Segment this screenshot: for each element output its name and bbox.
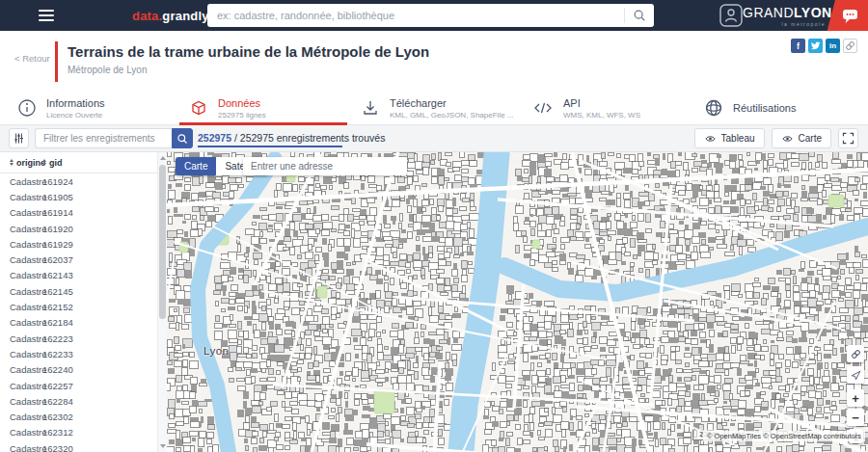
table-row[interactable]: Cadastre 161905 [0,189,167,204]
global-search-input[interactable] [207,10,624,21]
table-row[interactable]: Cadastre 161924 [0,173,167,189]
map-attribution: © OpenMapTiles © OpenStreetMap contribut… [703,431,865,441]
cell-origine: Cadastre [0,333,42,344]
cell-gid: 162284 [42,396,73,407]
cell-origine: Cadastre [0,270,42,280]
account-icon[interactable] [719,4,743,27]
fullscreen-button[interactable] [838,128,858,148]
permalink-icon[interactable] [843,39,857,53]
scroll-down-icon[interactable] [160,444,166,448]
top-navbar: data.grandlyon.com GRANDLYON la métropol… [0,0,868,31]
cell-gid: 162240 [42,364,73,375]
dataset-tabs: InformationsLicence Ouverte Données25297… [0,92,868,125]
accent-bar [55,41,58,82]
cell-origine: Cadastre [0,239,42,250]
search-icon [176,133,188,145]
table-row[interactable]: Cadastre 162145 [0,283,167,299]
dataset-header: < Retour Terrains de la trame urbaine de… [0,31,868,92]
menu-icon[interactable] [39,10,54,21]
sort-icon[interactable] [42,159,46,166]
tab-reutilisations[interactable]: Réutilisations [694,92,866,124]
table-row[interactable]: Cadastre 162240 [0,362,167,378]
search-icon[interactable] [625,9,654,22]
wireframe-globe-icon [704,98,723,118]
page-subtitle: Métropole de Lyon [68,65,147,75]
address-search-input[interactable] [243,157,407,175]
tab-informations[interactable]: InformationsLicence Ouverte [8,92,179,124]
eye-icon [781,134,794,144]
map-view[interactable]: Lyon Carte Satellite + − 200 m © OpenMap… [167,152,868,452]
link-icon [851,349,861,359]
toggle-map-button[interactable]: Carte [772,128,831,148]
sort-icon[interactable] [10,159,14,166]
cell-gid: 162143 [42,270,73,280]
table-row[interactable]: Cadastre 162223 [0,331,167,346]
table-row[interactable]: Cadastre 162233 [0,346,167,361]
table-row[interactable]: Cadastre 162152 [0,299,167,314]
grandlyon-logo[interactable]: GRANDLYON la métropole [743,5,826,27]
cell-origine: Cadastre [0,224,42,234]
map-share-button[interactable] [847,345,864,362]
cell-gid: 162257 [42,381,73,391]
column-header-origine[interactable]: origine [0,158,42,168]
tab-telecharger[interactable]: TéléchargerKML, GML, GeoJSON, ShapeFile … [351,92,523,124]
navigation-arrow-icon [851,370,861,381]
page-title: Terrains de la trame urbaine de la Métro… [68,43,429,60]
view-toggles: Tableau Carte [694,128,858,148]
filter-settings-button[interactable] [9,128,29,148]
table-scrollbar[interactable] [157,152,167,452]
cell-gid: 162312 [42,427,73,438]
toggle-table-button[interactable]: Tableau [694,128,765,148]
cell-gid: 162037 [42,254,73,265]
cell-gid: 162233 [42,349,73,359]
table-row[interactable]: Cadastre 162143 [0,268,167,283]
cell-gid: 162145 [42,286,73,297]
cell-origine: Cadastre [0,207,42,218]
facebook-icon[interactable]: f [791,39,805,53]
table-header: origine gid [0,152,167,173]
tab-donnees[interactable]: Données252975 lignes [179,92,351,124]
zoom-out-button[interactable]: − [847,409,864,426]
cell-origine: Cadastre [0,349,42,359]
scrollbar-thumb[interactable] [159,165,166,319]
table-row[interactable]: Cadastre 162302 [0,409,167,424]
table-row[interactable]: Cadastre 162284 [0,393,167,409]
cell-origine: Cadastre [0,396,42,407]
code-icon [532,98,554,118]
filter-records-input[interactable] [35,128,172,148]
table-row[interactable]: Cadastre 162037 [0,252,167,267]
table-row[interactable]: Cadastre 161920 [0,221,167,236]
column-header-gid[interactable]: gid [42,158,63,168]
scroll-up-icon[interactable] [160,156,166,160]
cell-origine: Cadastre [0,254,42,265]
table-row[interactable]: Cadastre 162184 [0,315,167,331]
table-row[interactable]: Cadastre 162312 [0,425,167,440]
table-row[interactable]: Cadastre 162257 [0,378,167,393]
info-icon [17,98,37,118]
cell-gid: 162184 [42,317,73,328]
cell-origine: Cadastre [0,427,42,438]
map-tiles[interactable] [167,152,868,452]
map-locate-button[interactable] [847,366,864,384]
cell-origine: Cadastre [0,192,42,202]
cell-gid: 162302 [42,412,73,422]
linkedin-icon[interactable]: in [826,39,840,53]
cube-icon [189,98,208,118]
cell-gid: 161929 [42,239,73,250]
table-row[interactable]: Cadastre 161914 [0,205,167,221]
back-link[interactable]: < Retour [14,53,50,64]
cell-gid: 161924 [42,176,73,187]
table-row[interactable]: Cadastre 162320 [0,440,167,452]
filter-search-button[interactable] [172,128,193,148]
layer-map-button[interactable]: Carte [176,157,216,175]
tab-api[interactable]: APIWMS, KML, WFS, WS [523,92,694,124]
cell-gid: 162320 [42,443,73,452]
cell-origine: Cadastre [0,443,42,452]
fullscreen-icon [842,132,854,145]
zoom-in-button[interactable]: + [847,389,864,407]
cell-gid: 162223 [42,333,73,344]
cell-origine: Cadastre [0,364,42,375]
table-row[interactable]: Cadastre 161929 [0,236,167,252]
twitter-icon[interactable] [808,39,823,53]
eye-icon [704,134,717,144]
